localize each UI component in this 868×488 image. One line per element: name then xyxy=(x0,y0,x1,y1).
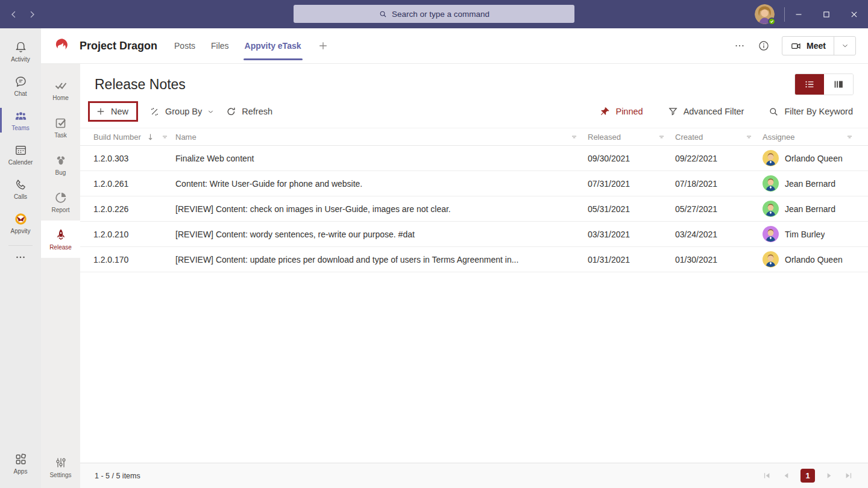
sidebar-item-teams[interactable]: Teams xyxy=(0,103,41,137)
tab-appvity-etask[interactable]: Appvity eTask xyxy=(245,28,301,63)
search-input[interactable]: Search or type a command xyxy=(294,5,574,23)
minimize-button[interactable] xyxy=(785,0,813,28)
funnel-icon xyxy=(667,106,679,117)
team-logo-dragon-icon xyxy=(53,37,71,55)
sidebar-item-appvity[interactable]: Appvity xyxy=(0,206,41,240)
more-apps-button[interactable] xyxy=(0,247,41,267)
minimize-icon xyxy=(793,9,804,20)
filter-icon[interactable] xyxy=(569,132,579,142)
cell-released: 07/31/2021 xyxy=(588,179,675,189)
sidebar-item-label: Chat xyxy=(14,90,27,97)
cell-build-number: 1.2.0.303 xyxy=(93,154,175,163)
table-row[interactable]: 1.2.0.226 [REVIEW] Content: check on ima… xyxy=(80,196,868,222)
filter-by-keyword-button[interactable]: Filter By Keyword xyxy=(768,106,853,117)
sidebar-item-chat[interactable]: Chat xyxy=(0,69,41,103)
cell-created: 01/30/2021 xyxy=(675,255,763,264)
current-page-button[interactable]: 1 xyxy=(800,469,815,483)
module-item-task[interactable]: Task xyxy=(41,108,80,146)
previous-page-icon[interactable] xyxy=(781,471,791,481)
bell-icon xyxy=(14,40,28,54)
column-header-released[interactable]: Released xyxy=(588,132,675,142)
cell-assignee: Jean Bernard xyxy=(763,175,856,192)
assignee-avatar xyxy=(763,175,779,192)
user-avatar[interactable] xyxy=(755,4,775,24)
app-rail: Activity Chat Teams Calender Calls Appvi… xyxy=(0,28,41,488)
group-by-button[interactable]: Group By xyxy=(149,106,215,117)
cell-released: 01/31/2021 xyxy=(588,255,675,264)
module-item-bug[interactable]: Bug xyxy=(41,146,80,183)
list-view-button[interactable] xyxy=(795,74,824,95)
maximize-button[interactable] xyxy=(813,0,840,28)
cell-name: Finalize Web content xyxy=(175,154,588,163)
search-icon xyxy=(379,10,388,19)
cell-name: [REVIEW] Content: update prices per down… xyxy=(175,255,588,264)
cell-assignee: Orlando Queen xyxy=(763,150,856,166)
tab-posts[interactable]: Posts xyxy=(174,28,195,63)
chat-icon xyxy=(14,75,28,89)
add-tab-icon[interactable] xyxy=(317,40,329,52)
assignee-avatar xyxy=(763,201,779,217)
column-header-assignee[interactable]: Assignee xyxy=(763,132,856,142)
close-button[interactable] xyxy=(840,0,868,28)
more-options-icon[interactable] xyxy=(734,40,746,52)
phone-icon xyxy=(14,178,28,192)
next-page-icon[interactable] xyxy=(824,471,834,481)
info-icon[interactable] xyxy=(758,40,770,52)
meet-button[interactable]: Meet xyxy=(782,37,834,55)
sidebar-item-label: Teams xyxy=(11,125,29,131)
refresh-button[interactable]: Refresh xyxy=(225,106,272,117)
board-view-button[interactable] xyxy=(824,74,853,95)
module-item-label: Task xyxy=(54,132,67,139)
forward-icon[interactable] xyxy=(27,9,37,20)
table-row[interactable]: 1.2.0.303 Finalize Web content 09/30/202… xyxy=(80,146,868,171)
column-header-created[interactable]: Created xyxy=(675,132,763,142)
first-page-icon[interactable] xyxy=(762,471,772,481)
sidebar-item-calender[interactable]: Calender xyxy=(0,137,41,172)
table-row[interactable]: 1.2.0.261 Content: Write User-Guide for … xyxy=(80,171,868,196)
module-item-report[interactable]: Report xyxy=(41,183,80,221)
header-actions: Meet xyxy=(734,36,856,55)
meet-dropdown-button[interactable] xyxy=(834,37,855,55)
ellipsis-icon xyxy=(14,251,27,264)
camera-icon xyxy=(790,40,802,52)
table-row[interactable]: 1.2.0.210 [REVIEW] Content: wordy senten… xyxy=(80,222,868,247)
sidebar-item-calls[interactable]: Calls xyxy=(0,172,41,206)
advanced-filter-button[interactable]: Advanced Filter xyxy=(667,106,744,117)
module-item-settings[interactable]: Settings xyxy=(41,448,80,486)
maximize-icon xyxy=(821,9,832,20)
cell-created: 05/27/2021 xyxy=(675,204,763,214)
filter-icon[interactable] xyxy=(160,132,170,142)
cell-created: 07/18/2021 xyxy=(675,179,763,189)
pinned-filter-button[interactable]: Pinned xyxy=(599,106,643,117)
table-row[interactable]: 1.2.0.170 [REVIEW] Content: update price… xyxy=(80,247,868,272)
search-placeholder: Search or type a command xyxy=(392,10,489,19)
nav-history xyxy=(8,9,37,20)
assignee-name: Jean Bernard xyxy=(785,204,835,214)
filter-icon[interactable] xyxy=(844,132,855,142)
filter-icon[interactable] xyxy=(656,132,667,142)
last-page-icon[interactable] xyxy=(843,471,854,481)
module-item-label: Report xyxy=(51,207,69,213)
board-view-icon xyxy=(832,78,845,91)
apps-grid-icon xyxy=(14,452,28,466)
column-header-name[interactable]: Name xyxy=(175,132,588,142)
new-button[interactable]: New xyxy=(88,101,138,122)
bug-icon xyxy=(54,153,68,167)
sidebar-item-apps[interactable]: Apps xyxy=(0,446,41,481)
sidebar-item-activity[interactable]: Activity xyxy=(0,34,41,69)
cell-assignee: Jean Bernard xyxy=(763,201,856,217)
filter-icon[interactable] xyxy=(744,132,754,142)
back-icon[interactable] xyxy=(8,9,19,20)
chevron-down-icon xyxy=(207,108,215,116)
rail-divider xyxy=(8,245,33,246)
plus-icon xyxy=(95,106,106,117)
table-header: Build Number Name Released xyxy=(80,128,868,146)
module-item-home[interactable]: Home xyxy=(41,71,80,108)
cell-build-number: 1.2.0.261 xyxy=(93,179,175,189)
module-item-release[interactable]: Release xyxy=(41,221,80,258)
cell-assignee: Orlando Queen xyxy=(763,251,856,267)
column-header-build-number[interactable]: Build Number xyxy=(93,132,175,142)
cell-released: 03/31/2021 xyxy=(588,230,675,239)
tab-files[interactable]: Files xyxy=(211,28,229,63)
meet-label: Meet xyxy=(807,41,826,51)
